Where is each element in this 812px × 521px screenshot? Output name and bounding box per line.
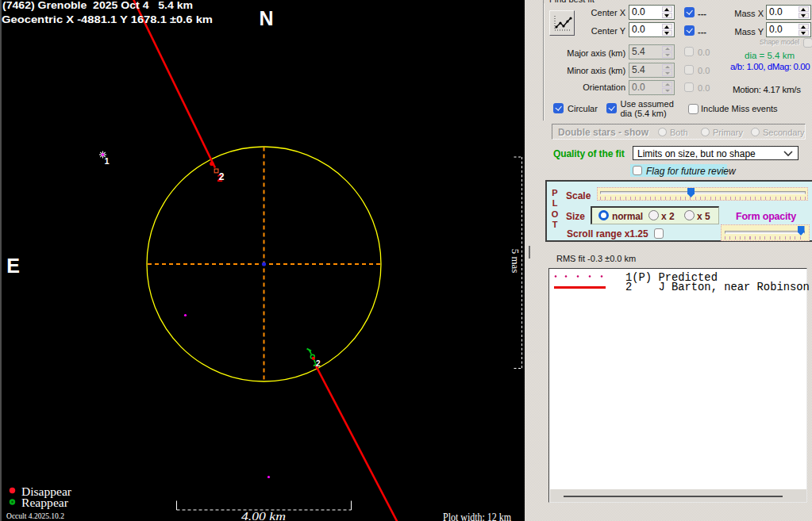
svg-text:E: E (6, 255, 20, 277)
svg-text:N: N (260, 7, 274, 29)
svg-text:5 mas: 5 mas (510, 249, 521, 274)
svg-text:4.00 km: 4.00 km (241, 510, 286, 521)
svg-text:Geocentric X -4881.1 Y 1678.1: Geocentric X -4881.1 Y 1678.1 ±0.6 km (2, 13, 213, 25)
svg-text:Reappear: Reappear (21, 496, 68, 509)
svg-text:Plot width: 12 km: Plot width: 12 km (443, 511, 511, 521)
svg-text:1: 1 (105, 156, 110, 166)
svg-text:2: 2 (316, 359, 321, 368)
svg-text:2: 2 (219, 171, 225, 182)
svg-text:Occult 4.2025.10.2: Occult 4.2025.10.2 (6, 511, 64, 520)
svg-text:(7462) Grenoble 2025 Oct 4: (7462) Grenoble 2025 Oct 4 5.4 km (2, 0, 193, 11)
